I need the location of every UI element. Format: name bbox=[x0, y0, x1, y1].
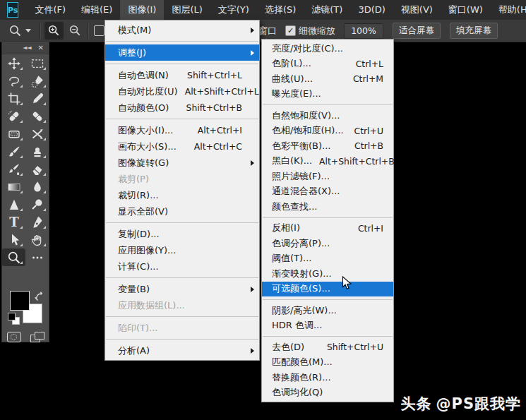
hand-tool[interactable] bbox=[25, 231, 49, 248]
healing-brush-tool[interactable] bbox=[25, 107, 49, 125]
triangle-icon bbox=[7, 198, 21, 212]
default-colors-icon[interactable] bbox=[8, 313, 20, 324]
menu-item-9[interactable]: 黑白(K)...Alt+Shift+Ctrl+B bbox=[262, 154, 393, 169]
dodge-tool[interactable] bbox=[25, 196, 49, 213]
path-selection-tool[interactable] bbox=[2, 231, 25, 248]
crop-tool[interactable] bbox=[2, 90, 25, 107]
menu-item-6[interactable]: 自动对比度(U)Alt+Shift+Ctrl+L bbox=[105, 83, 259, 100]
menu-item-21[interactable]: 应用数据组(L)... bbox=[105, 297, 259, 313]
menu-item-11[interactable]: 图像旋转(G) bbox=[105, 155, 259, 171]
menubar-item-10[interactable]: 窗口(W) bbox=[441, 0, 491, 20]
menu-item-label: 颜色查找... bbox=[272, 200, 317, 213]
edit-toolbar-button[interactable] bbox=[25, 248, 49, 266]
mixer-brush-tool[interactable] bbox=[2, 160, 25, 178]
eyedropper-tool[interactable] bbox=[25, 90, 49, 107]
arrow-cursor-icon bbox=[7, 233, 21, 247]
menu-item-14[interactable]: 显示全部(V) bbox=[105, 203, 259, 220]
menu-item-17[interactable]: 渐变映射(G)... bbox=[262, 266, 393, 282]
menu-item-23[interactable]: 去色(D)Shift+Ctrl+U bbox=[262, 340, 393, 355]
menu-item-26[interactable]: 色调均化(Q) bbox=[262, 385, 393, 401]
menu-item-4[interactable]: 曝光度(E)... bbox=[262, 87, 393, 102]
collapse-panel-icon[interactable]: ◄◄ bbox=[23, 44, 31, 51]
menu-item-label: 自动色调(N) bbox=[118, 69, 169, 82]
menu-item-15[interactable]: 色调分离(P)... bbox=[262, 236, 393, 251]
gradient-tool[interactable] bbox=[2, 178, 25, 196]
zoom-in-button[interactable] bbox=[44, 22, 64, 40]
menubar-item-3[interactable]: 图像(I) bbox=[120, 0, 164, 20]
menu-item-16[interactable]: 阈值(T)... bbox=[262, 251, 393, 267]
lasso-tool[interactable] bbox=[2, 72, 25, 90]
photoshop-logo: Ps bbox=[7, 2, 18, 18]
sharpen-tool[interactable] bbox=[2, 196, 25, 213]
blur-tool[interactable] bbox=[25, 178, 49, 196]
menubar-item-9[interactable]: 视图(V) bbox=[393, 0, 441, 20]
zoom-out-button[interactable] bbox=[66, 22, 85, 40]
swap-colors-icon[interactable] bbox=[35, 290, 44, 304]
menu-item-13[interactable]: 裁切(R)... bbox=[105, 187, 259, 203]
menu-item-16[interactable]: 复制(D)... bbox=[105, 226, 259, 242]
menu-item-10[interactable]: 画布大小(S)...Alt+Ctrl+C bbox=[105, 138, 259, 155]
pen-tool[interactable] bbox=[25, 213, 49, 231]
menu-item-11[interactable]: 通道混合器(X)... bbox=[262, 184, 393, 200]
brush-tool[interactable] bbox=[2, 143, 25, 160]
menubar-item-6[interactable]: 选择(S) bbox=[257, 0, 304, 20]
menu-item-20[interactable]: 阴影/高光(W)... bbox=[262, 303, 393, 318]
spot-healing-brush-tool[interactable] bbox=[2, 107, 25, 125]
menu-item-24[interactable]: 匹配颜色(M)... bbox=[262, 355, 393, 371]
menu-item-25[interactable]: 替换颜色(R)... bbox=[262, 370, 393, 385]
quick-selection-tool[interactable] bbox=[25, 72, 49, 90]
foreground-color-swatch[interactable] bbox=[10, 291, 30, 311]
quick-mask-button[interactable] bbox=[7, 332, 21, 342]
type-tool[interactable]: T bbox=[2, 213, 25, 231]
menu-item-1[interactable]: 模式(M) bbox=[105, 22, 259, 38]
menu-item-label: 亮度/对比度(C)... bbox=[272, 42, 343, 55]
menu-item-3[interactable]: 曲线(U)...Ctrl+M bbox=[262, 71, 393, 87]
menu-item-6[interactable]: 自然饱和度(V)... bbox=[262, 108, 393, 124]
menu-item-2[interactable]: 色阶(L)...Ctrl+L bbox=[262, 56, 393, 72]
menu-item-17[interactable]: 应用图像(Y)... bbox=[105, 242, 259, 258]
menu-item-12[interactable]: 颜色查找... bbox=[262, 199, 393, 215]
screen-mode-button[interactable] bbox=[30, 332, 44, 342]
menu-item-8[interactable]: 色彩平衡(B)...Ctrl+B bbox=[262, 138, 393, 154]
menu-item-3[interactable]: 调整(J) bbox=[105, 44, 259, 61]
resize-window-checkbox[interactable] bbox=[94, 20, 104, 42]
content-aware-move-tool[interactable] bbox=[25, 125, 49, 143]
rectangular-marquee-tool[interactable] bbox=[25, 54, 49, 72]
menu-item-23[interactable]: 陷印(T)... bbox=[105, 320, 259, 336]
zoom-tool-preset[interactable] bbox=[8, 20, 31, 42]
menu-item-label: 匹配颜色(M)... bbox=[272, 356, 333, 368]
menu-item-9[interactable]: 图像大小(I)...Alt+Ctrl+I bbox=[105, 122, 259, 138]
chevron-down-icon bbox=[25, 29, 31, 32]
patch-tool[interactable] bbox=[2, 125, 25, 143]
clone-stamp-tool[interactable] bbox=[25, 143, 49, 160]
zoom-tool[interactable] bbox=[2, 248, 25, 266]
move-tool[interactable] bbox=[2, 54, 25, 72]
fill-screen-button[interactable]: 填充屏幕 bbox=[450, 20, 498, 42]
lasso-icon bbox=[7, 74, 21, 88]
menu-item-18[interactable]: 计算(C)... bbox=[105, 258, 259, 275]
menu-item-25[interactable]: 分析(A) bbox=[105, 342, 259, 359]
eraser-tool[interactable] bbox=[25, 160, 49, 178]
menu-item-12[interactable]: 裁剪(P) bbox=[105, 171, 259, 187]
menu-item-21[interactable]: HDR 色调... bbox=[262, 318, 393, 334]
close-panel-icon[interactable]: ✕ bbox=[38, 44, 44, 52]
menu-item-10[interactable]: 照片滤镜(F)... bbox=[262, 169, 393, 184]
menubar-item-8[interactable]: 3D(D) bbox=[350, 0, 393, 20]
menubar-item-5[interactable]: 文字(Y) bbox=[210, 0, 257, 20]
menu-item-18[interactable]: 可选颜色(S)... bbox=[262, 282, 393, 297]
menu-item-20[interactable]: 变量(B) bbox=[105, 281, 259, 297]
menu-separator bbox=[263, 217, 393, 218]
menubar-item-7[interactable]: 滤镜(T) bbox=[304, 0, 350, 20]
menubar-item-4[interactable]: 图层(L) bbox=[164, 0, 210, 20]
menu-item-5[interactable]: 自动色调(N)Shift+Ctrl+L bbox=[105, 67, 259, 83]
menu-item-7[interactable]: 色相/饱和度(H)...Ctrl+U bbox=[262, 124, 393, 139]
fit-screen-button[interactable]: 适合屏幕 bbox=[393, 20, 441, 42]
menubar-item-11[interactable]: 帮助(H) bbox=[491, 0, 526, 20]
menubar-item-2[interactable]: 编辑(E) bbox=[73, 0, 120, 20]
menubar-item-1[interactable]: 文件(F) bbox=[27, 0, 73, 20]
menu-item-14[interactable]: 反相(I)Ctrl+I bbox=[262, 221, 393, 236]
menu-item-label: 色相/饱和度(H)... bbox=[272, 124, 344, 137]
menu-item-1[interactable]: 亮度/对比度(C)... bbox=[262, 41, 393, 56]
menu-item-7[interactable]: 自动颜色(O)Shift+Ctrl+B bbox=[105, 100, 259, 116]
menu-item-shortcut: Ctrl+L bbox=[349, 59, 383, 69]
